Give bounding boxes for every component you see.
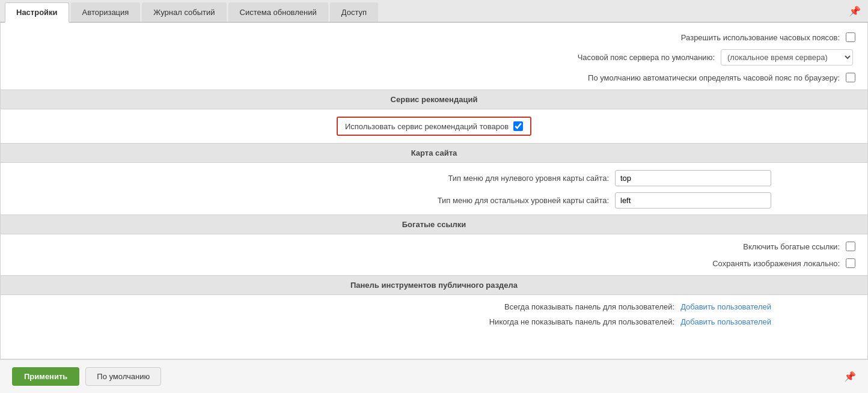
default-button[interactable]: По умолчанию: [85, 367, 161, 386]
rich-links-header: Богатые ссылки: [1, 215, 867, 234]
top-menu-input[interactable]: [615, 170, 771, 186]
server-timezone-select[interactable]: (локальное время сервера): [721, 49, 853, 66]
always-show-link[interactable]: Добавить пользователей: [680, 302, 771, 311]
top-menu-row: Тип меню для нулевого уровня карты сайта…: [1, 170, 867, 186]
never-show-link[interactable]: Добавить пользователей: [680, 317, 771, 326]
content-area: Разрешить использование часовых поясов: …: [0, 23, 868, 359]
recommendation-row: Использовать сервис рекомендаций товаров: [1, 117, 867, 136]
save-images-row: Сохранять изображения локально:: [1, 258, 867, 268]
enable-rich-links-row: Включить богатые ссылки:: [1, 242, 867, 251]
always-show-row: Всегда показывать панель для пользовател…: [1, 302, 867, 311]
server-timezone-row: Часовой пояс сервера по умолчанию: (лока…: [1, 49, 867, 66]
use-service-checkbox[interactable]: [513, 121, 523, 131]
always-show-label: Всегда показывать панель для пользовател…: [504, 302, 674, 311]
toolbar-header: Панель инструментов публичного раздела: [1, 275, 867, 295]
enable-rich-links-checkbox[interactable]: [846, 242, 855, 251]
tab-updates[interactable]: Система обновлений: [228, 2, 328, 22]
pin-icon-bottom: 📌: [844, 371, 856, 382]
server-timezone-label: Часовой пояс сервера по умолчанию:: [578, 53, 715, 62]
apply-button[interactable]: Применить: [12, 367, 79, 386]
never-show-label: Никогда не показывать панель для пользов…: [489, 317, 674, 326]
pin-icon-top: 📌: [846, 3, 863, 19]
allow-timezones-checkbox[interactable]: [846, 32, 855, 42]
save-images-checkbox[interactable]: [846, 258, 855, 268]
tab-settings[interactable]: Настройки: [5, 2, 69, 23]
save-images-label: Сохранять изображения локально:: [712, 259, 840, 268]
footer-bar: Применить По умолчанию 📌: [0, 359, 868, 393]
enable-rich-links-label: Включить богатые ссылки:: [743, 242, 840, 251]
recommendation-highlight-box: Использовать сервис рекомендаций товаров: [337, 117, 531, 136]
tab-access[interactable]: Доступ: [330, 2, 378, 22]
allow-timezones-label: Разрешить использование часовых поясов:: [681, 33, 840, 42]
top-menu-label: Тип меню для нулевого уровня карты сайта…: [448, 174, 609, 183]
sitemap-header: Карта сайта: [1, 143, 867, 163]
tab-events[interactable]: Журнал событий: [142, 2, 226, 22]
main-wrapper: Настройки Авторизация Журнал событий Сис…: [0, 0, 868, 393]
auto-detect-label: По умолчанию автоматически определять ча…: [588, 73, 840, 82]
use-service-label: Использовать сервис рекомендаций товаров: [345, 122, 509, 131]
never-show-row: Никогда не показывать панель для пользов…: [1, 317, 867, 326]
tab-auth[interactable]: Авторизация: [71, 2, 141, 22]
auto-detect-row: По умолчанию автоматически определять ча…: [1, 73, 867, 82]
recommendation-header: Сервис рекомендаций: [1, 90, 867, 109]
allow-timezones-row: Разрешить использование часовых поясов:: [1, 32, 867, 42]
other-menu-row: Тип меню для остальных уровней карты сай…: [1, 192, 867, 209]
other-menu-label: Тип меню для остальных уровней карты сай…: [438, 196, 609, 205]
tabs-bar: Настройки Авторизация Журнал событий Сис…: [0, 0, 868, 23]
auto-detect-checkbox[interactable]: [846, 73, 855, 82]
other-menu-input[interactable]: [615, 192, 771, 209]
